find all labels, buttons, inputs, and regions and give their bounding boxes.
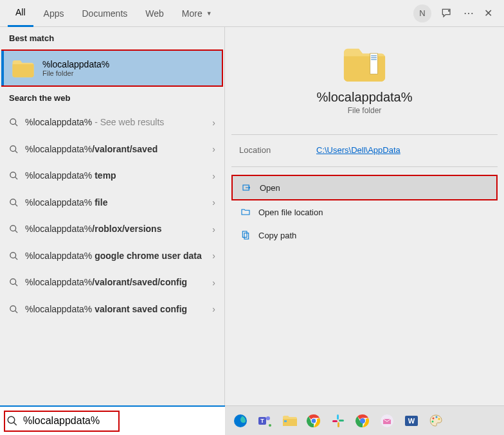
web-result[interactable]: %localappdata%/valorant/saved › [0,136,224,163]
svg-point-5 [10,226,16,231]
action-copy-path[interactable]: Copy path [231,224,498,247]
copy-icon [240,230,251,240]
svg-point-37 [433,417,435,419]
search-icon [9,118,19,127]
search-icon [9,145,19,154]
chrome-icon[interactable] [305,412,323,430]
close-icon[interactable]: ✕ [484,7,492,19]
svg-point-38 [436,416,438,418]
web-results-list: %localappdata% - See web results › %loca… [0,109,224,405]
web-result[interactable]: %localappdata%/valorant/saved/config › [0,269,224,296]
folder-icon [12,58,35,78]
bottom-bar: T W [0,405,504,435]
top-bar: All Apps Documents Web More▼ N ⋯ ✕ [0,0,504,27]
svg-point-16 [8,416,15,423]
web-result[interactable]: %localappdata% valorant saved config › [0,296,224,323]
teams-icon[interactable]: T [256,412,274,430]
svg-point-39 [438,418,440,420]
svg-rect-30 [338,422,339,427]
web-result[interactable]: %localappdata% temp › [0,163,224,190]
best-match-result[interactable]: %localappdata% File folder [1,49,223,87]
chrome2-icon[interactable] [354,412,372,430]
svg-point-40 [432,420,434,422]
search-icon [9,198,19,208]
svg-rect-12 [371,59,377,60]
svg-rect-9 [370,53,378,74]
slack-icon[interactable] [329,412,347,430]
svg-rect-31 [332,420,338,422]
svg-rect-22 [283,419,297,426]
svg-text:T: T [260,418,264,424]
search-icon [6,415,18,427]
tab-apps[interactable]: Apps [36,0,72,27]
feedback-icon[interactable] [440,7,453,20]
chevron-right-icon: › [212,251,215,261]
preview-panel: %localappdata% File folder Location C:\U… [225,27,504,405]
paint-icon[interactable] [427,412,445,430]
location-label: Location [239,145,316,155]
svg-rect-23 [284,420,287,422]
edge-icon[interactable] [231,412,249,430]
svg-rect-28 [337,414,339,420]
search-icon [9,278,19,287]
chevron-right-icon: › [212,144,215,154]
taskbar: T W [225,405,504,435]
svg-rect-14 [242,231,247,237]
svg-point-0 [449,10,450,12]
svg-point-21 [269,424,271,427]
open-icon [242,182,252,193]
tab-all[interactable]: All [8,0,33,27]
svg-rect-10 [371,55,377,56]
chevron-right-icon: › [212,224,215,235]
svg-point-2 [10,146,16,152]
search-box[interactable] [0,405,225,435]
more-icon[interactable]: ⋯ [462,7,475,20]
search-input[interactable] [23,415,219,427]
svg-rect-29 [339,420,344,422]
search-icon [9,251,19,261]
svg-point-20 [266,416,270,420]
chevron-down-icon: ▼ [206,10,212,17]
explorer-icon[interactable] [280,412,298,430]
svg-point-7 [10,279,16,285]
chevron-right-icon: › [212,197,215,208]
tab-documents[interactable]: Documents [74,0,135,27]
svg-text:W: W [408,417,415,425]
action-open-file-location[interactable]: Open file location [231,200,498,224]
location-link[interactable]: C:\Users\Dell\AppData [316,145,401,155]
chevron-right-icon: › [212,278,215,288]
web-result[interactable]: %localappdata% - See web results › [0,109,224,136]
search-icon [9,171,19,181]
tab-web[interactable]: Web [138,0,172,27]
word-icon[interactable]: W [402,412,420,430]
svg-rect-11 [371,57,377,58]
web-result[interactable]: %localappdata%/roblox/versions › [0,216,224,243]
svg-point-6 [10,253,16,258]
search-icon [9,224,19,234]
web-result[interactable]: %localappdata% google chrome user data › [0,243,224,270]
preview-title: %localappdata% [317,90,413,105]
chevron-right-icon: › [212,118,215,128]
folder-open-icon [240,207,251,217]
best-match-title: %localappdata% [42,59,109,69]
svg-point-8 [10,306,16,312]
left-panel: Best match %localappdata% File folder Se… [0,27,225,405]
chevron-right-icon: › [212,171,215,181]
folder-icon [342,45,387,82]
web-header: Search the web [0,87,224,109]
tab-more[interactable]: More▼ [174,0,220,27]
action-open[interactable]: Open [231,175,498,200]
preview-subtitle: File folder [348,106,382,115]
mail-icon[interactable] [378,412,396,430]
svg-point-33 [360,418,365,423]
svg-rect-15 [244,233,249,239]
svg-point-4 [10,199,16,205]
chevron-right-icon: › [212,304,215,314]
best-match-subtitle: File folder [42,69,109,77]
user-avatar[interactable]: N [413,4,431,22]
search-icon [9,305,19,314]
best-match-header: Best match [0,27,224,49]
web-result[interactable]: %localappdata% file › [0,190,224,217]
svg-point-1 [10,119,16,125]
svg-point-3 [10,172,16,178]
